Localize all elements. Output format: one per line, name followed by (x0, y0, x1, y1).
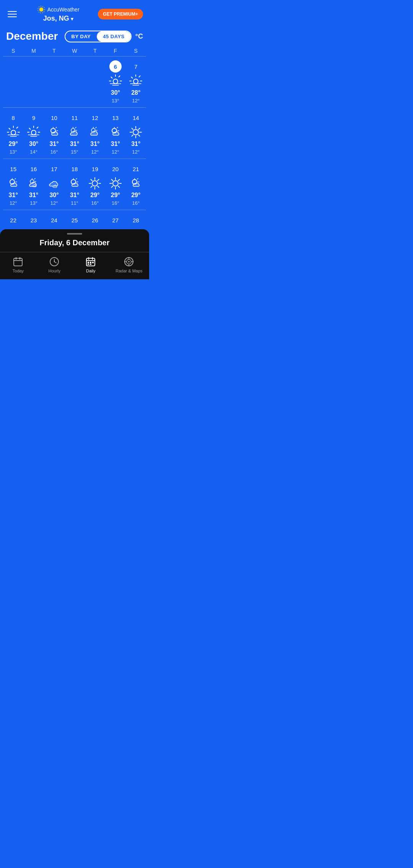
svg-point-0 (39, 8, 43, 11)
partly-cloudy-icon-15 (7, 177, 20, 190)
svg-line-62 (15, 178, 16, 179)
day-header-fri: F (105, 48, 125, 54)
day-number-8: 8 (7, 112, 20, 124)
day-cell-dec14[interactable]: 14 31° 12° (126, 112, 146, 155)
svg-rect-108 (90, 264, 91, 265)
week-row-4: 22 23 24 25 26 27 28 (3, 210, 146, 228)
location-row[interactable]: Jos, NG ▾ (43, 15, 73, 23)
day-cell-dec19[interactable]: 19 29° 16° (85, 163, 105, 206)
calendar: S M T W T F S 6 30° 13 (0, 45, 149, 228)
day-cell-dec13[interactable]: 13 31° 12° (105, 112, 125, 155)
svg-line-66 (34, 178, 35, 179)
day-header-mon: M (23, 48, 44, 54)
45-days-button[interactable]: 45 DAYS (97, 31, 131, 42)
bottom-nav: Today Hourly Daily (0, 252, 149, 279)
low-temp-21: 16° (132, 200, 140, 206)
low-temp-13: 12° (112, 149, 119, 155)
low-temp-15: 12° (10, 200, 17, 206)
day-cell-dec12[interactable]: 12 31° 12° (85, 112, 105, 155)
day-cell-dec17[interactable]: 17 30° 12° (44, 163, 64, 206)
day-cell-dec21[interactable]: 21 29° 16° (126, 163, 146, 206)
empty-cell (64, 60, 85, 104)
high-temp-12: 31° (90, 141, 99, 147)
day-cell-dec6[interactable]: 6 30° 13° (105, 60, 125, 104)
svg-line-30 (29, 128, 31, 130)
svg-point-15 (133, 79, 138, 84)
high-temp-21: 29° (131, 192, 140, 199)
day-cell-dec26[interactable]: 26 (85, 214, 105, 226)
partly-cloudy-icon-21 (129, 177, 143, 190)
empty-cell (3, 60, 23, 104)
day-cell-dec18[interactable]: 18 31° 11° (64, 163, 85, 206)
svg-point-50 (133, 130, 138, 135)
app-header: AccuWeather Jos, NG ▾ GET PREMIUM+ (0, 0, 149, 26)
high-temp-9: 30° (29, 141, 38, 147)
nav-item-daily[interactable]: Daily (79, 256, 102, 273)
svg-rect-107 (88, 264, 89, 265)
sunny-icon-20 (109, 177, 122, 190)
day-number-16: 16 (28, 163, 40, 175)
day-headers: S M T W T F S (3, 45, 146, 56)
day-cell-dec9[interactable]: 9 30° 14° (23, 112, 44, 155)
day-cell-dec28[interactable]: 28 (126, 214, 146, 226)
high-temp-6: 30° (111, 89, 120, 96)
empty-cell (85, 60, 105, 104)
day-number-9: 9 (28, 112, 40, 124)
svg-line-41 (75, 127, 76, 128)
month-title: December (6, 30, 58, 42)
nav-item-hourly[interactable]: Hourly (43, 256, 66, 273)
day-cell-dec15[interactable]: 15 31° 12° (3, 163, 23, 206)
temperature-unit[interactable]: °C (135, 32, 143, 40)
svg-line-79 (91, 186, 93, 188)
view-toggle[interactable]: BY DAY 45 DAYS (65, 31, 132, 42)
day-header-sun: S (3, 48, 23, 54)
high-temp-20: 29° (111, 192, 120, 199)
day-header-thu: T (85, 48, 105, 54)
hamburger-menu[interactable] (6, 10, 18, 19)
day-number-26: 26 (89, 214, 101, 226)
empty-cell (23, 60, 44, 104)
svg-line-85 (111, 180, 113, 181)
svg-line-99 (54, 262, 56, 263)
sunrise-icon-6 (109, 74, 122, 88)
day-cell-dec10[interactable]: 10 31° 16° (44, 112, 64, 155)
cloudy-sun-icon-12 (88, 125, 102, 139)
day-number-18: 18 (68, 163, 81, 175)
day-cell-dec7[interactable]: 7 28° 12° (126, 60, 146, 104)
high-temp-16: 31° (29, 192, 38, 199)
svg-point-111 (128, 261, 130, 262)
day-number-23: 23 (28, 214, 40, 226)
bottom-panel: Friday, 6 December Today Hourly (0, 229, 149, 279)
low-temp-11: 15° (71, 149, 78, 155)
day-cell-dec20[interactable]: 20 29° 16° (105, 163, 125, 206)
day-cell-dec16[interactable]: 16 31° 13° (23, 163, 44, 206)
high-temp-7: 28° (131, 89, 140, 96)
drag-handle[interactable] (67, 233, 82, 235)
day-cell-dec27[interactable]: 27 (105, 214, 125, 226)
svg-line-78 (98, 180, 99, 181)
svg-line-92 (137, 178, 138, 179)
day-cell-dec11[interactable]: 11 31° 15° (64, 112, 85, 155)
week-row-3: 15 31° 12° 16 31° 13° (3, 159, 146, 210)
svg-line-6 (111, 77, 112, 78)
by-day-button[interactable]: BY DAY (65, 31, 97, 42)
day-cell-dec23[interactable]: 23 (23, 214, 44, 226)
svg-line-21 (16, 127, 18, 128)
svg-line-45 (96, 127, 96, 128)
svg-line-49 (117, 127, 118, 128)
svg-rect-93 (14, 258, 22, 266)
nav-item-today[interactable]: Today (7, 256, 29, 273)
radar-icon (124, 256, 134, 267)
day-cell-dec25[interactable]: 25 (64, 214, 85, 226)
svg-rect-106 (92, 262, 94, 263)
low-temp-9: 14° (30, 149, 37, 155)
premium-button[interactable]: GET PREMIUM+ (98, 9, 143, 19)
day-number-27: 27 (109, 214, 122, 226)
low-temp-6: 13° (112, 98, 119, 104)
svg-point-23 (11, 130, 16, 135)
day-cell-dec24[interactable]: 24 (44, 214, 64, 226)
nav-item-radar[interactable]: Radar & Maps (115, 256, 142, 273)
day-cell-dec8[interactable]: 8 29° 13° (3, 112, 23, 155)
high-temp-19: 29° (90, 192, 99, 199)
day-cell-dec22[interactable]: 22 (3, 214, 23, 226)
